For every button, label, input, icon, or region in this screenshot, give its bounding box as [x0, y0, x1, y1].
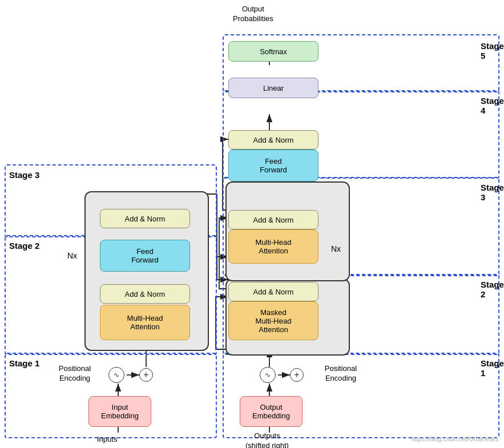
encoder-sine-symbol: ∿: [108, 367, 124, 383]
softmax-box: Softmax: [228, 41, 318, 62]
output-probabilities-label: Output Probabilities: [233, 5, 273, 24]
decoder-stage5-label: Stage 5: [481, 41, 504, 60]
decoder-masked-multi-head: Masked Multi-Head Attention: [228, 301, 318, 340]
encoder-add-norm-1: Add & Norm: [100, 209, 190, 228]
watermark-label: https://blog.csdn.net/Urbanears: [411, 435, 498, 442]
outputs-label: Outputs (shifted right): [245, 431, 289, 448]
nx-encoder-label: Nx: [67, 251, 77, 260]
decoder-sine-symbol: ∿: [260, 367, 276, 383]
encoder-feed-forward: Feed Forward: [100, 240, 190, 272]
decoder-stage4-label: Stage 4: [481, 96, 504, 115]
decoder-positional-encoding-label: Positional Encoding: [315, 364, 366, 384]
inputs-label: Inputs: [97, 435, 117, 443]
encoder-stage3-label: Stage 3: [9, 170, 39, 180]
encoder-input-embedding: Input Embedding: [88, 396, 151, 427]
decoder-stage2-label: Stage 2: [481, 280, 504, 299]
encoder-stage1-label: Stage 1: [9, 358, 39, 368]
encoder-plus-circle: +: [139, 368, 153, 382]
decoder-stage3-label: Stage 3: [481, 183, 504, 202]
decoder-output-embedding: Output Embedding: [240, 396, 303, 427]
decoder-plus-circle: +: [290, 368, 304, 382]
nx-decoder-label: Nx: [331, 244, 341, 253]
decoder-add-norm-1: Add & Norm: [228, 130, 318, 150]
decoder-add-norm-3: Add & Norm: [228, 282, 318, 301]
decoder-stage1-label: Stage 1: [481, 358, 504, 378]
diagram-container: Stage 1 Stage 2 Stage 3 Stage 1 Stage 2 …: [0, 0, 504, 448]
decoder-multi-head: Multi-Head Attention: [228, 229, 318, 264]
encoder-add-norm-2: Add & Norm: [100, 284, 190, 304]
encoder-stage2-label: Stage 2: [9, 241, 39, 251]
linear-box: Linear: [228, 78, 318, 98]
decoder-add-norm-2: Add & Norm: [228, 210, 318, 229]
encoder-positional-encoding-label: Positional Encoding: [49, 364, 100, 384]
decoder-feed-forward: Feed Forward: [228, 150, 318, 181]
encoder-multi-head: Multi-Head Attention: [100, 305, 190, 340]
